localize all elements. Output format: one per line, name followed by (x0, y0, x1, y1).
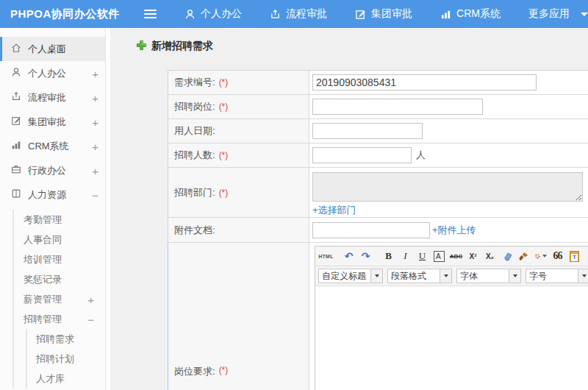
sidebar-item-label: 人力资源 (28, 188, 66, 202)
select-department-link[interactable]: +选择部门 (312, 204, 356, 217)
form-row-position: 招聘岗位: (*) (168, 95, 588, 119)
nav-personal-office[interactable]: 个人办公 (184, 7, 242, 21)
hamburger-icon[interactable] (144, 10, 157, 18)
expand-toggle[interactable]: + (92, 116, 98, 128)
nav-more-apps[interactable]: 更多应用 (528, 7, 588, 21)
form-row-hire-date: 用人日期: (168, 119, 588, 143)
sidebar: 个人桌面 个人办公 + 流程审批 + 集团审批 + (0, 28, 110, 390)
attachment-input[interactable] (312, 222, 430, 238)
editor-content-area[interactable] (315, 286, 588, 390)
sidebar-item-group-approval[interactable]: 集团审批 + (0, 110, 110, 134)
collapse-toggle[interactable]: − (92, 188, 98, 201)
redo-icon[interactable]: ↷ (358, 249, 373, 264)
nav-workflow-approval[interactable]: 流程审批 (270, 7, 327, 21)
edit-icon (355, 9, 366, 20)
editor-toolbar-row1: HTML ↶ ↷ B I U A ABC X² X₂ (315, 247, 588, 266)
sidebar-item-training[interactable]: 培训管理 (14, 249, 110, 269)
nav-item-label: CRM系统 (456, 7, 501, 21)
upload-attachment-link[interactable]: +附件上传 (432, 224, 476, 237)
recruit-submenu: 招聘需求 招聘计划 人才库 (26, 329, 110, 389)
sidebar-item-recruit-plan[interactable]: 招聘计划 (27, 349, 110, 369)
workflow-icon (11, 91, 21, 104)
form-row-headcount: 招聘人数: (*) 人 (168, 143, 588, 168)
sidebar-item-crm[interactable]: CRM系统 + (0, 134, 110, 158)
nav-item-label: 流程审批 (286, 7, 327, 21)
headcount-unit: 人 (416, 149, 426, 162)
sidebar-item-reward-punish[interactable]: 奖惩记录 (14, 269, 110, 289)
expand-toggle[interactable]: + (87, 293, 94, 305)
sidebar-item-recruit-demand[interactable]: 招聘需求 (27, 329, 110, 349)
sidebar-scrollbar[interactable] (105, 28, 110, 390)
collapse-toggle[interactable]: − (87, 313, 94, 325)
strikethrough-button[interactable]: ABC (448, 249, 464, 264)
hr-book-icon (11, 188, 21, 201)
headcount-input[interactable] (312, 147, 412, 163)
undo-icon[interactable]: ↶ (341, 249, 356, 264)
sidebar-item-attendance[interactable]: 考勤管理 (14, 210, 110, 230)
expand-toggle[interactable]: + (92, 164, 98, 177)
sidebar-item-hr-contract[interactable]: 人事合同 (14, 230, 110, 249)
font-size-select[interactable]: 字号 (526, 269, 588, 283)
hire-date-input[interactable] (312, 123, 423, 139)
paste-icon[interactable]: T (567, 249, 582, 264)
format-brush-icon[interactable] (516, 249, 531, 264)
eraser-icon[interactable] (499, 249, 514, 264)
nav-group-approval[interactable]: 集团审批 (355, 7, 412, 21)
italic-button[interactable]: I (398, 249, 413, 264)
sidebar-item-label: CRM系统 (28, 140, 69, 153)
sidebar-item-hr[interactable]: 人力资源 − (0, 182, 110, 207)
sidebar-item-label: 薪资管理 (24, 293, 62, 306)
sidebar-item-label: 集团审批 (28, 116, 66, 129)
sidebar-item-recruit-mgmt[interactable]: 招聘管理 − (14, 309, 110, 329)
underline-button[interactable]: U (415, 249, 430, 264)
user-icon (11, 67, 21, 79)
required-mark: (*) (219, 77, 229, 88)
expand-toggle[interactable]: + (92, 67, 98, 79)
department-textarea[interactable] (312, 172, 583, 202)
workflow-icon (270, 9, 281, 20)
sidebar-item-personal-desktop[interactable]: 个人桌面 (0, 37, 110, 61)
nav-crm[interactable]: CRM系统 (440, 7, 501, 21)
format-a-button[interactable]: A (434, 251, 445, 262)
form-row-attachment: 附件文档: +附件上传 (168, 218, 588, 243)
field-label: 需求编号: (174, 76, 215, 89)
superscript-button[interactable]: X² (465, 249, 481, 264)
sidebar-item-label: 奖惩记录 (24, 273, 62, 286)
demand-code-input[interactable] (312, 74, 537, 91)
expand-toggle[interactable]: + (92, 140, 98, 152)
caret-down-icon[interactable] (509, 269, 520, 283)
sidebar-item-salary[interactable]: 薪资管理 + (14, 289, 110, 309)
sidebar-item-talent-pool[interactable]: 人才库 (27, 369, 110, 389)
sidebar-item-label: 人才库 (36, 372, 65, 386)
sidebar-item-admin-office[interactable]: 行政办公 + (0, 158, 110, 182)
custom-heading-select[interactable]: 自定义标题 (318, 269, 383, 283)
html-source-button[interactable]: HTML (318, 249, 334, 264)
caret-down-icon[interactable] (578, 269, 588, 283)
expand-toggle[interactable]: + (92, 91, 98, 104)
sidebar-item-personal-office[interactable]: 个人办公 + (0, 61, 110, 85)
nav-item-label: 集团审批 (371, 7, 412, 21)
app-logo: PHPOA协同办公软件 (0, 7, 135, 21)
blockquote-button[interactable]: 66 (550, 249, 565, 264)
field-label: 招聘人数: (174, 149, 215, 162)
paragraph-format-select[interactable]: 段落格式 (387, 269, 452, 283)
field-label: 招聘部门: (174, 186, 215, 199)
sidebar-item-label: 个人办公 (28, 67, 66, 80)
briefcase-icon (11, 164, 21, 177)
subscript-button[interactable]: X₂ (482, 249, 498, 264)
form-row-requirements: 岗位要求: (*) HTML ↶ ↷ B I U A (168, 243, 588, 390)
home-icon (11, 43, 21, 55)
sidebar-item-label: 招聘管理 (24, 313, 62, 326)
position-input[interactable] (312, 99, 483, 115)
caret-down-icon (581, 13, 588, 16)
user-icon (184, 9, 196, 20)
font-family-select[interactable]: 字体 (456, 269, 521, 283)
caret-down-icon[interactable] (370, 269, 382, 283)
sidebar-item-workflow-approval[interactable]: 流程审批 + (0, 85, 110, 110)
caret-down-icon (542, 255, 547, 258)
required-mark: (*) (219, 102, 229, 112)
edit-icon (11, 116, 21, 128)
bold-button[interactable]: B (381, 249, 396, 264)
caret-down-icon[interactable] (440, 269, 451, 283)
color-palette-icon[interactable] (533, 249, 548, 264)
